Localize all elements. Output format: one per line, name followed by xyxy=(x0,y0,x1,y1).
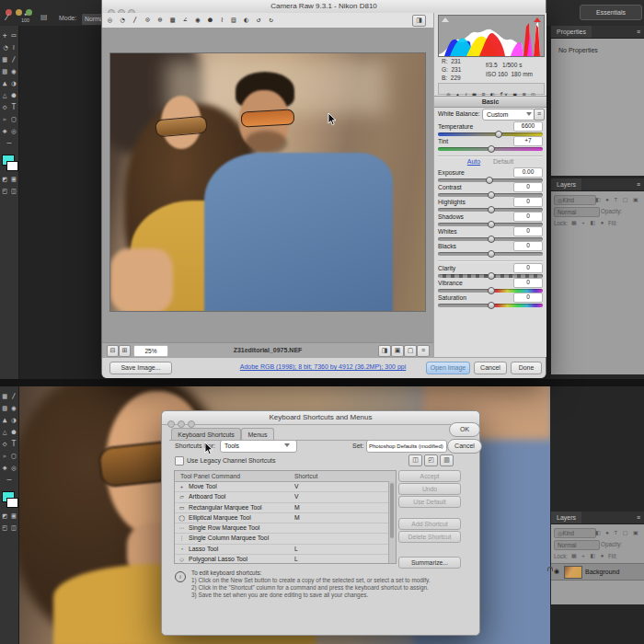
view-settings-icon[interactable] xyxy=(417,345,430,357)
delete-set-icon[interactable] xyxy=(440,454,454,466)
auto-link[interactable]: Auto xyxy=(467,158,480,165)
summarize-button[interactable]: Summarize... xyxy=(398,557,461,569)
slider-knob[interactable] xyxy=(488,250,495,258)
cancel-button[interactable]: Cancel xyxy=(474,362,507,374)
dialog-titlebar[interactable]: Keyboard Shortcuts and Menus xyxy=(162,411,479,425)
blacks-track[interactable] xyxy=(438,252,543,256)
temperature-value[interactable]: 6600 xyxy=(513,121,543,132)
column-command[interactable]: Tool Panel Command xyxy=(175,473,240,479)
background-color-swatch[interactable] xyxy=(6,498,18,508)
slider-knob[interactable] xyxy=(488,302,495,309)
zoom-window-icon[interactable] xyxy=(26,9,32,16)
tab-layers[interactable]: Layers xyxy=(551,512,581,523)
lock-option-icons[interactable]: ▦ + ◧ ● xyxy=(571,552,605,558)
toggle-brush-panel-icon[interactable] xyxy=(40,13,48,21)
layer-filter-select[interactable]: Kind xyxy=(554,528,596,538)
tab-menus[interactable]: Menus xyxy=(241,428,274,441)
accept-button[interactable]: Accept xyxy=(398,470,461,482)
panel-menu-icon[interactable] xyxy=(637,26,640,38)
command-shortcut[interactable]: L xyxy=(294,545,298,554)
minimize-window-icon[interactable] xyxy=(178,420,185,428)
layer-name[interactable]: Background xyxy=(585,569,619,575)
brush-tip-icon[interactable] xyxy=(24,11,27,17)
layer-thumbnail[interactable] xyxy=(564,566,582,579)
cancel-button[interactable]: Cancel xyxy=(447,439,482,454)
scrollbar-thumb[interactable] xyxy=(390,483,394,538)
exposure-value[interactable]: 0.00 xyxy=(513,167,543,178)
mask-and-screen-mode-icons[interactable]: ◩ ▣ ◰ ◫ xyxy=(1,173,17,197)
table-row[interactable]: ⋮Single Column Marquee Tool xyxy=(175,534,389,544)
zoom-window-icon[interactable] xyxy=(188,420,195,428)
undo-button[interactable]: Undo xyxy=(398,483,461,495)
panel-menu-icon[interactable] xyxy=(637,178,640,190)
tools-palette[interactable]: + ▭ ◔ ≀ ▦ ∕ ▧ ◉ ▲ ◑ △ ● ◇ T ▹ ▢ ◈ ◎ ⋯ xyxy=(1,29,17,149)
blend-mode-select[interactable]: Normal xyxy=(554,207,600,217)
photo-preview[interactable] xyxy=(110,53,425,311)
delete-shortcut-button[interactable]: Delete Shortcut xyxy=(398,531,461,543)
clarity-value[interactable]: 0 xyxy=(513,263,543,273)
use-default-button[interactable]: Use Default xyxy=(398,496,461,508)
slider-knob[interactable] xyxy=(488,145,495,153)
table-row[interactable]: ◇Polygonal Lasso ToolL xyxy=(175,555,389,564)
shadows-value[interactable]: 0 xyxy=(513,212,543,222)
blend-mode-select[interactable]: Normal xyxy=(554,540,600,550)
tint-value[interactable]: +7 xyxy=(513,136,543,146)
blacks-value[interactable]: 0 xyxy=(513,241,543,251)
brush-size-value[interactable]: 100 xyxy=(21,17,29,23)
slider-knob[interactable] xyxy=(486,177,493,184)
table-row[interactable]: ◔Lasso ToolL xyxy=(175,545,389,555)
slider-knob[interactable] xyxy=(488,287,495,294)
layer-visibility-icon[interactable] xyxy=(554,568,559,575)
done-button[interactable]: Done xyxy=(511,362,542,374)
single-view-icon[interactable] xyxy=(404,345,417,357)
command-shortcut[interactable]: M xyxy=(294,513,300,523)
table-row[interactable]: +Move ToolV xyxy=(175,482,389,492)
set-select[interactable]: Photoshop Defaults (modified) xyxy=(366,440,447,453)
save-set-icon[interactable] xyxy=(424,454,438,466)
contrast-value[interactable]: 0 xyxy=(513,182,543,192)
slider-knob[interactable] xyxy=(488,206,495,213)
camera-raw-toolbar-icons[interactable]: ◎ ◔ ∕ ⊙ ⊕ ▦ ∠ ◉ ● ≀ ▤ ◐ ↺ ↻ xyxy=(108,16,275,24)
tab-layers[interactable]: Layers xyxy=(551,178,581,190)
camera-raw-titlebar[interactable]: Camera Raw 9.3.1 - Nikon D810 xyxy=(102,0,546,14)
open-image-button[interactable]: Open Image xyxy=(426,362,470,374)
whites-value[interactable]: 0 xyxy=(513,226,543,236)
new-set-icon[interactable] xyxy=(408,454,422,466)
basic-panel-header[interactable]: Basic xyxy=(434,96,546,108)
lock-option-icons[interactable]: ▦ + ◧ ● xyxy=(571,219,605,225)
brush-tool-icon[interactable] xyxy=(6,12,8,22)
slider-knob[interactable] xyxy=(488,221,495,228)
table-row[interactable]: ⋯Single Row Marquee Tool xyxy=(175,523,389,534)
background-color-swatch[interactable] xyxy=(6,161,18,171)
command-shortcut[interactable]: L xyxy=(294,555,298,564)
command-shortcut[interactable]: V xyxy=(294,482,299,491)
highlights-value[interactable]: 0 xyxy=(513,197,543,207)
tools-palette[interactable]: ▦ ∕ ▧ ◉ ▲ ◑ △ ● ◇ T ▹ ▢ ◈ ◎ ⋯ xyxy=(1,390,17,486)
panel-menu-icon[interactable] xyxy=(637,512,640,523)
preview-toggle-icon[interactable] xyxy=(412,15,426,27)
minimize-window-icon[interactable] xyxy=(16,9,22,16)
layer-filter-select[interactable]: Kind xyxy=(554,195,596,205)
saturation-track[interactable] xyxy=(438,304,543,307)
slider-knob[interactable] xyxy=(495,131,502,138)
layer-filter-icons[interactable]: ◧ ● T ▢ ▣ xyxy=(595,196,640,202)
table-scrollbar[interactable] xyxy=(388,481,396,563)
mask-and-screen-mode-icons[interactable]: ◩ ▣ ◰ ◫ xyxy=(1,510,17,534)
table-row[interactable]: ◯Elliptical Marquee ToolM xyxy=(175,513,389,523)
layer-filter-icons[interactable]: ◧ ● T ▢ ▣ xyxy=(595,529,640,535)
tab-properties[interactable]: Properties xyxy=(551,26,592,38)
saturation-value[interactable]: 0 xyxy=(513,293,543,303)
column-shortcut[interactable]: Shortcut xyxy=(294,471,317,481)
command-shortcut[interactable]: M xyxy=(294,503,300,512)
command-shortcut[interactable]: V xyxy=(294,492,299,501)
ok-button[interactable]: OK xyxy=(449,422,480,437)
wb-menu-icon[interactable] xyxy=(534,109,545,121)
tint-track[interactable] xyxy=(438,147,543,151)
save-image-button[interactable]: Save Image... xyxy=(109,362,172,374)
workspace-switcher[interactable]: Essentials xyxy=(580,5,642,20)
workflow-options-link[interactable]: Adobe RGB (1998); 8 bit; 7360 by 4912 (3… xyxy=(213,363,433,370)
layer-row-background[interactable]: Background xyxy=(551,563,644,581)
before-after-icon[interactable] xyxy=(378,345,391,357)
add-shortcut-button[interactable]: Add Shortcut xyxy=(398,518,461,530)
vibrance-value[interactable]: 0 xyxy=(513,278,543,288)
